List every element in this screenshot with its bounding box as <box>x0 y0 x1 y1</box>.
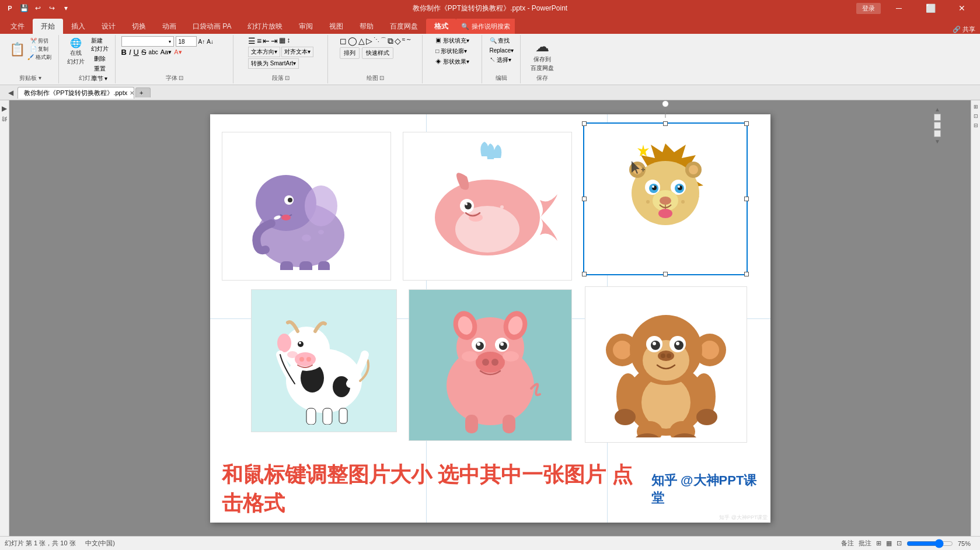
shape-fill-btn[interactable]: ▣ 形状填充▾ <box>434 36 471 45</box>
save-baidu-btn[interactable]: ☁ 保存到 百度网盘 <box>528 37 556 73</box>
rp-btn-2[interactable]: ⊡ <box>972 112 980 120</box>
tab-baidu[interactable]: 百度网盘 <box>382 19 426 34</box>
pig-cell[interactable] <box>409 289 572 441</box>
collapse-panel-btn[interactable]: ▶ <box>0 103 11 114</box>
arrange-btn[interactable]: 排列 <box>340 47 360 59</box>
numbering-btn[interactable]: ≡ <box>257 36 261 45</box>
indent-left-btn[interactable]: ⇤ <box>263 36 270 45</box>
whale-cell[interactable] <box>403 132 572 281</box>
scroll-down-btn[interactable]: ▼ <box>934 138 940 145</box>
customize-qa-btn[interactable]: ▾ <box>60 2 72 15</box>
prev-tab-btn[interactable]: ◀ <box>5 87 16 99</box>
cow-cell[interactable] <box>251 289 397 432</box>
shadow-btn[interactable]: abc <box>149 49 158 55</box>
bullets-btn[interactable]: ☰ <box>248 36 256 45</box>
tab-transition[interactable]: 切换 <box>124 19 154 34</box>
elephant-cell[interactable] <box>222 132 391 281</box>
svg-point-75 <box>503 351 519 362</box>
case-btn[interactable]: Aa▾ <box>161 48 172 56</box>
handle-br[interactable] <box>744 272 749 276</box>
lion-cell[interactable]: ✛ <box>584 123 747 275</box>
scroll-up-btn[interactable]: ▲ <box>934 106 940 113</box>
font-size-box[interactable]: 18 <box>176 36 197 47</box>
delete-slide-btn[interactable]: 删除 <box>89 54 110 64</box>
editing-group: 🔍 查找 Replace▾ ↖ 选择▾ 编辑 <box>483 35 521 83</box>
undo-qa-btn[interactable]: ↩ <box>32 2 44 15</box>
svg-point-97 <box>615 409 636 425</box>
bold-btn[interactable]: B <box>121 48 127 57</box>
tab-home[interactable]: 开始 <box>33 19 63 34</box>
tab-animation[interactable]: 动画 <box>154 19 184 34</box>
decrease-font-btn[interactable]: A↓ <box>207 38 214 45</box>
paragraph-group: ☰ ≡ ⇤ ⇥ ▦ ↕ 文本方向▾ 对齐文本▾ 转换为 SmartArt▾ 段落… <box>235 35 328 83</box>
view-slideshow-btn[interactable]: ⊡ <box>897 540 902 547</box>
login-button[interactable]: 登录 <box>856 3 881 14</box>
find-btn[interactable]: 🔍 查找 <box>488 36 512 45</box>
align-top-btn[interactable] <box>934 114 941 121</box>
increase-font-btn[interactable]: A↑ <box>198 38 205 45</box>
share-btn[interactable]: 🔗 共享 <box>948 25 980 34</box>
tab-insert[interactable]: 插入 <box>63 19 93 34</box>
strikethrough-btn[interactable]: S <box>141 48 147 57</box>
text-direction-btn[interactable]: 文本方向▾ <box>248 47 280 57</box>
close-btn[interactable]: ✕ <box>948 0 975 16</box>
zoom-level[interactable]: 75% <box>958 540 975 547</box>
notes-btn[interactable]: 备注 <box>841 539 854 548</box>
select-btn[interactable]: ↖ 选择▾ <box>488 55 514 65</box>
handle-bl[interactable] <box>582 272 587 276</box>
search-operations[interactable]: 🔍 操作说明搜索 <box>456 19 514 34</box>
rp-btn-1[interactable]: ⊞ <box>972 103 980 111</box>
save-qa-btn[interactable]: 💾 <box>18 2 30 15</box>
replace-btn[interactable]: Replace▾ <box>488 47 516 54</box>
tab-close-btn[interactable]: ✕ <box>130 90 134 96</box>
reset-btn[interactable]: 重置 <box>89 64 110 73</box>
rotate-handle[interactable] <box>662 100 669 107</box>
handle-mr[interactable] <box>744 197 749 201</box>
handle-bm[interactable] <box>663 272 668 276</box>
titlebar: P 💾 ↩ ↪ ▾ 教你制作《PPT旋转切换教程》.pptx - PowerPo… <box>0 0 980 16</box>
align-text-btn[interactable]: 对齐文本▾ <box>281 47 313 57</box>
col-btn[interactable]: ▦ <box>279 36 285 45</box>
comments-btn[interactable]: 批注 <box>859 539 871 548</box>
new-tab-btn[interactable]: + <box>135 87 151 97</box>
tab-review[interactable]: 审阅 <box>291 19 321 34</box>
font-color-btn[interactable]: A▾ <box>174 48 182 56</box>
svg-point-51 <box>295 352 316 366</box>
italic-btn[interactable]: I <box>129 48 131 57</box>
right-scroll-controls: ▲ ▼ <box>933 106 941 530</box>
view-grid-btn[interactable]: ▦ <box>886 540 892 547</box>
svg-point-37 <box>658 209 672 218</box>
tab-design[interactable]: 设计 <box>93 19 124 34</box>
font-name-box[interactable]: ▾ <box>121 36 174 47</box>
tab-view[interactable]: 视图 <box>321 19 351 34</box>
handle-tm[interactable] <box>663 121 668 126</box>
view-normal-btn[interactable]: ⊞ <box>876 540 881 547</box>
handle-tr[interactable] <box>744 121 749 126</box>
shape-outline-btn[interactable]: □ 形状轮廓▾ <box>434 47 469 56</box>
title-left: P 💾 ↩ ↪ ▾ <box>5 2 72 15</box>
online-slides-btn[interactable]: 🌐 在线 幻灯片 <box>65 36 87 67</box>
tab-pocketanim[interactable]: 口袋动画 PA <box>184 19 239 34</box>
restore-btn[interactable]: ⬜ <box>917 0 944 16</box>
smartart-btn[interactable]: 转换为 SmartArt▾ <box>248 58 299 69</box>
tab-slideshow[interactable]: 幻灯片放映 <box>239 19 291 34</box>
tab-file[interactable]: 文件 <box>2 19 33 34</box>
monkey-cell[interactable] <box>585 286 747 443</box>
handle-tl[interactable] <box>582 121 587 126</box>
redo-qa-btn[interactable]: ↪ <box>46 2 58 15</box>
tab-format[interactable]: 格式 <box>426 19 456 34</box>
align-bottom-btn[interactable] <box>934 130 941 137</box>
shape-effect-btn[interactable]: ◈ 形状效果▾ <box>434 57 471 66</box>
underline-btn[interactable]: U <box>134 48 139 57</box>
tab-help[interactable]: 帮助 <box>351 19 382 34</box>
handle-ml[interactable] <box>582 197 587 201</box>
line-spacing-btn[interactable]: ↕ <box>287 36 290 45</box>
paste-btn[interactable]: 📋 ✂️ 剪切 📄 复制 🖌️ 格式刷 <box>7 36 54 62</box>
align-middle-btn[interactable] <box>934 122 941 129</box>
minimize-btn[interactable]: ─ <box>885 0 912 16</box>
rp-btn-3[interactable]: ⊟ <box>972 121 980 129</box>
new-slide-btn[interactable]: 新建幻灯片 <box>89 36 110 54</box>
indent-right-btn[interactable]: ⇥ <box>271 36 278 45</box>
zoom-slider[interactable] <box>906 539 953 548</box>
quick-styles-btn[interactable]: 快速样式 <box>362 47 393 59</box>
